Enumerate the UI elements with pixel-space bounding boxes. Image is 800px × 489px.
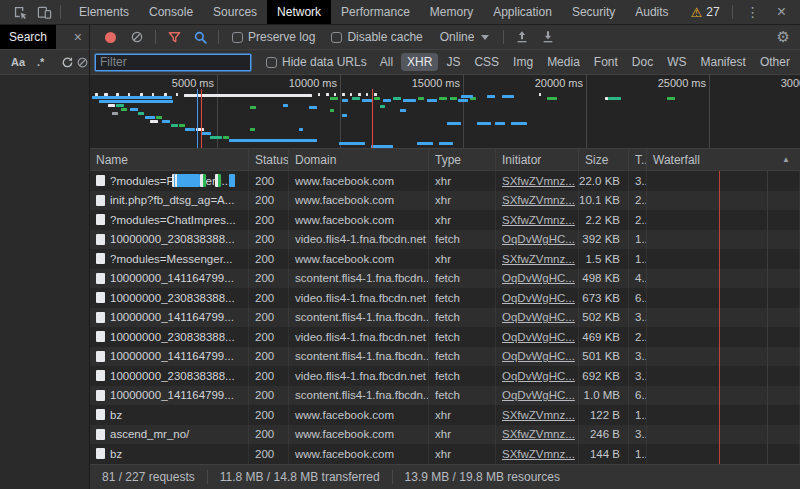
table-row[interactable]: 10000000_230838388...200video.flis4-1.fn… bbox=[90, 327, 800, 347]
filter-type-manifest[interactable]: Manifest bbox=[695, 53, 752, 71]
table-row[interactable]: 10000000_141164799...200scontent.flis4-1… bbox=[90, 308, 800, 328]
column-header-domain[interactable]: Domain bbox=[289, 149, 429, 170]
overview-bar bbox=[608, 97, 621, 100]
close-search-icon[interactable]: × bbox=[67, 25, 89, 49]
filter-type-ws[interactable]: WS bbox=[661, 53, 692, 71]
checkbox bbox=[266, 57, 277, 68]
overview-event-line bbox=[372, 89, 373, 148]
tab-performance[interactable]: Performance bbox=[331, 0, 420, 24]
filter-type-js[interactable]: JS bbox=[440, 53, 466, 71]
initiator-link[interactable]: OqDvWgHC... bbox=[502, 331, 575, 343]
initiator-link[interactable]: SXfwZVmnz... bbox=[502, 253, 575, 265]
filter-type-css[interactable]: CSS bbox=[468, 53, 505, 71]
chevron-down-icon bbox=[481, 35, 489, 40]
initiator-link[interactable]: SXfwZVmnz... bbox=[502, 214, 575, 226]
filter-type-doc[interactable]: Doc bbox=[626, 53, 659, 71]
overview-bar bbox=[145, 116, 155, 119]
initiator-link[interactable]: SXfwZVmnz... bbox=[502, 194, 575, 206]
filter-funnel-icon[interactable] bbox=[162, 25, 186, 49]
search-tab[interactable]: Search bbox=[0, 25, 56, 49]
document-icon bbox=[96, 214, 105, 225]
device-toolbar-icon[interactable] bbox=[32, 0, 56, 24]
search-icon[interactable] bbox=[188, 25, 212, 49]
filter-input[interactable] bbox=[95, 54, 251, 71]
overview-gridline bbox=[463, 75, 464, 148]
cell-size: 673 KB bbox=[579, 288, 629, 308]
warning-badge[interactable]: ⚠ 27 bbox=[683, 5, 728, 19]
filter-type-other[interactable]: Other bbox=[754, 53, 796, 71]
tab-audits[interactable]: Audits bbox=[625, 0, 678, 24]
regex-button[interactable]: .* bbox=[32, 56, 49, 68]
overview-bar bbox=[366, 93, 368, 96]
throttling-dropdown[interactable]: Online bbox=[432, 30, 498, 44]
table-row[interactable]: 10000000_141164799...200scontent.flis4-1… bbox=[90, 347, 800, 367]
table-row[interactable]: init.php?fb_dtsg_ag=A...200www.facebook.… bbox=[90, 191, 800, 211]
close-devtools-icon[interactable]: × bbox=[769, 3, 794, 21]
table-row[interactable]: 10000000_230838388...200video.flis4-1.fn… bbox=[90, 230, 800, 250]
initiator-link[interactable]: OqDvWgHC... bbox=[502, 272, 575, 284]
table-row[interactable]: ?modules=ChatImpres...200www.facebook.co… bbox=[90, 210, 800, 230]
tab-application[interactable]: Application bbox=[483, 0, 562, 24]
table-row[interactable]: 10000000_141164799...200scontent.flis4-1… bbox=[90, 269, 800, 289]
tab-sources[interactable]: Sources bbox=[203, 0, 267, 24]
tab-security[interactable]: Security bbox=[562, 0, 625, 24]
tab-network[interactable]: Network bbox=[267, 0, 331, 24]
column-header-initiator[interactable]: Initiator bbox=[496, 149, 579, 170]
tab-memory[interactable]: Memory bbox=[420, 0, 483, 24]
overview-bar bbox=[374, 93, 377, 96]
table-row[interactable]: 10000000_141164799...200scontent.flis4-1… bbox=[90, 386, 800, 406]
column-header-time[interactable]: T.. bbox=[629, 149, 647, 170]
column-header-status[interactable]: Status bbox=[249, 149, 289, 170]
initiator-link[interactable]: SXfwZVmnz... bbox=[502, 175, 575, 187]
initiator-link[interactable]: SXfwZVmnz... bbox=[502, 428, 575, 440]
initiator-link[interactable]: OqDvWgHC... bbox=[502, 350, 575, 362]
cell-domain: scontent.flis4-1.fna.fbcdn... bbox=[289, 269, 429, 289]
column-header-name[interactable]: Name bbox=[90, 149, 249, 170]
hide-data-urls-checkbox[interactable]: Hide data URLs bbox=[266, 55, 367, 69]
match-case-button[interactable]: Aa bbox=[6, 56, 30, 68]
import-har-icon[interactable] bbox=[510, 25, 534, 49]
column-header-waterfall[interactable]: Waterfall▲ bbox=[647, 149, 800, 170]
overview-bar bbox=[330, 97, 338, 100]
filter-type-xhr[interactable]: XHR bbox=[401, 53, 438, 71]
filter-type-media[interactable]: Media bbox=[541, 53, 586, 71]
export-har-icon[interactable] bbox=[536, 25, 560, 49]
clear-network-log-icon[interactable] bbox=[125, 25, 149, 49]
filter-type-font[interactable]: Font bbox=[588, 53, 624, 71]
initiator-link[interactable]: OqDvWgHC... bbox=[502, 233, 575, 245]
inspect-element-icon[interactable] bbox=[8, 0, 32, 24]
more-options-icon[interactable]: ⋮ bbox=[737, 4, 769, 20]
initiator-link[interactable]: OqDvWgHC... bbox=[502, 370, 575, 382]
initiator-link[interactable]: OqDvWgHC... bbox=[502, 311, 575, 323]
filter-type-all[interactable]: All bbox=[374, 53, 399, 71]
tab-console[interactable]: Console bbox=[139, 0, 203, 24]
tab-elements[interactable]: Elements bbox=[69, 0, 139, 24]
table-row[interactable]: 10000000_230838388...200video.flis4-1.fn… bbox=[90, 288, 800, 308]
cell-status: 200 bbox=[249, 366, 289, 386]
refresh-icon[interactable] bbox=[61, 50, 74, 74]
disable-cache-checkbox[interactable]: Disable cache bbox=[331, 30, 422, 44]
initiator-link[interactable]: OqDvWgHC... bbox=[502, 389, 575, 401]
filter-type-img[interactable]: Img bbox=[507, 53, 539, 71]
column-header-type[interactable]: Type bbox=[429, 149, 496, 170]
network-settings-gear-icon[interactable]: ⚙ bbox=[773, 28, 794, 46]
waterfall-divider bbox=[767, 171, 768, 464]
network-overview[interactable]: 5000 ms10000 ms15000 ms20000 ms25000 ms3… bbox=[90, 75, 800, 149]
initiator-link[interactable]: SXfwZVmnz... bbox=[502, 409, 575, 421]
table-row[interactable]: bz200www.facebook.comxhrSXfwZVmnz...122 … bbox=[90, 405, 800, 425]
table-row[interactable]: ascend_mr_no/200www.facebook.comxhrSXfwZ… bbox=[90, 425, 800, 445]
cell-time: 2... bbox=[629, 191, 647, 211]
initiator-link[interactable]: SXfwZVmnz... bbox=[502, 448, 575, 460]
cell-status: 200 bbox=[249, 444, 289, 464]
table-row[interactable]: bz200www.facebook.comxhrSXfwZVmnz...144 … bbox=[90, 444, 800, 464]
initiator-link[interactable]: OqDvWgHC... bbox=[502, 292, 575, 304]
cell-type: xhr bbox=[429, 425, 496, 445]
record-button[interactable] bbox=[105, 32, 116, 43]
table-row[interactable]: 10000000_230838388...200video.flis4-1.fn… bbox=[90, 366, 800, 386]
preserve-log-checkbox[interactable]: Preserve log bbox=[232, 30, 315, 44]
clear-search-icon[interactable] bbox=[76, 50, 89, 74]
cell-waterfall bbox=[647, 444, 800, 464]
divider bbox=[218, 30, 219, 44]
table-row[interactable]: ?modules=Messenger...200www.facebook.com… bbox=[90, 249, 800, 269]
column-header-size[interactable]: Size bbox=[579, 149, 629, 170]
